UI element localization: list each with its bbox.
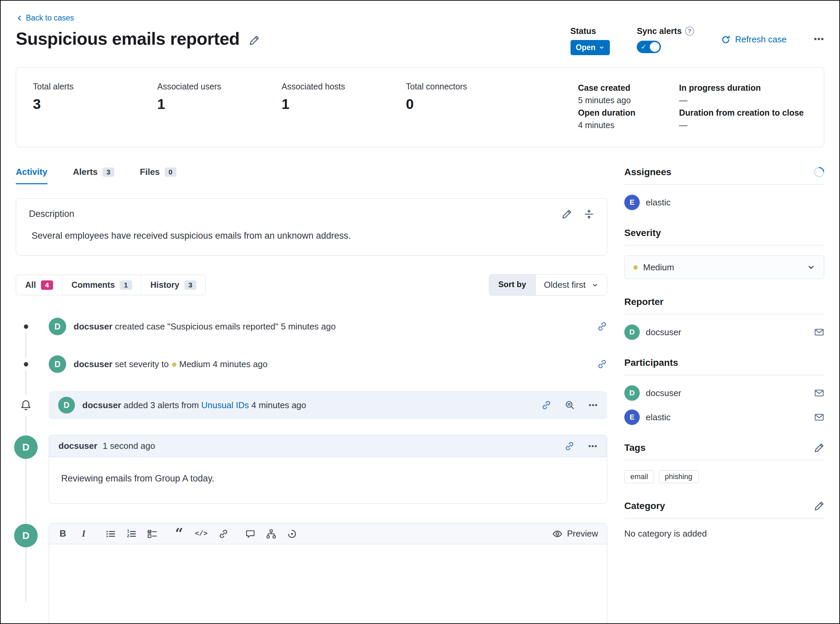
quote-icon[interactable]: “ <box>174 531 184 537</box>
section-title: Tags <box>624 442 646 453</box>
participants-header: Participants <box>624 357 824 368</box>
event-alerts-added: D docsuser added 3 alerts from Unusual I… <box>16 391 607 419</box>
comment-bubble-icon[interactable] <box>245 529 255 539</box>
comment-editor-input[interactable] <box>49 544 607 623</box>
edit-category-pencil-icon[interactable] <box>814 501 824 511</box>
tab-count-badge: 3 <box>102 167 114 177</box>
metric-associated-users: Associated users 1 <box>157 82 282 112</box>
severity-content: Medium <box>624 255 824 279</box>
section-divider <box>624 375 824 375</box>
editor-toolbar: B I 12 <box>49 524 607 544</box>
tag-badge: phishing <box>659 470 698 483</box>
code-icon[interactable]: </> <box>195 530 208 538</box>
comment-panel: docsuser 1 second ago Rev <box>49 435 607 504</box>
loading-spinner-icon <box>812 165 826 179</box>
comment-more-actions-icon[interactable] <box>588 442 597 451</box>
alert-event-panel: D docsuser added 3 alerts from Unusual I… <box>49 391 607 419</box>
page-title: Suspicious emails reported <box>16 29 240 49</box>
bold-icon[interactable]: B <box>58 528 68 539</box>
investigate-lens-icon[interactable] <box>287 529 297 539</box>
metric-label: Total connectors <box>406 82 530 91</box>
reporter-content: D docsuser <box>624 324 824 340</box>
sync-alerts-toggle[interactable]: ✓ <box>637 41 661 53</box>
numbered-list-icon[interactable]: 12 <box>126 529 136 539</box>
event-case-created: D docsuser created case "Suspicious emai… <box>16 316 607 337</box>
collapse-description-fold-icon[interactable] <box>584 209 594 219</box>
edit-title-pencil-icon[interactable] <box>249 35 260 46</box>
tab-files[interactable]: Files 0 <box>140 167 176 184</box>
assignees-section: Assignees E elastic <box>624 167 824 210</box>
chevron-left-icon <box>16 14 23 22</box>
timeline-icon[interactable] <box>266 529 276 539</box>
participant-name: docsuser <box>646 388 681 398</box>
svg-text:2: 2 <box>127 534 129 538</box>
toggle-check-icon: ✓ <box>641 43 646 51</box>
filter-history[interactable]: History 3 <box>141 275 206 295</box>
category-section: Category No category is added <box>624 500 824 539</box>
metrics-panel: Total alerts 3 Associated users 1 Associ… <box>16 67 824 147</box>
bullet-list-icon[interactable] <box>105 529 116 539</box>
event-timestamp: 4 minutes ago <box>213 359 267 369</box>
copy-link-icon[interactable] <box>564 441 575 451</box>
event-text: docsuser added 3 alerts from Unusual IDs… <box>82 400 306 411</box>
filter-comments[interactable]: Comments 1 <box>62 275 141 295</box>
section-divider <box>624 314 824 314</box>
filter-count-badge: 1 <box>120 280 132 290</box>
chevron-down-icon <box>592 282 598 289</box>
more-actions-icon[interactable] <box>814 34 824 44</box>
sync-alerts-control: Sync alerts ? ✓ <box>637 26 694 53</box>
event-text: docsuser set severity toMedium 4 minutes… <box>74 359 267 369</box>
alert-more-actions-icon[interactable] <box>588 400 598 410</box>
title-row: Suspicious emails reported <box>16 29 260 49</box>
tab-activity[interactable]: Activity <box>16 167 47 184</box>
email-icon[interactable] <box>814 388 824 398</box>
severity-dropdown[interactable]: Medium <box>624 255 824 279</box>
assignee-name: elastic <box>646 197 670 208</box>
activity-timeline: D docsuser created case "Suspicious emai… <box>16 316 607 623</box>
copy-link-icon[interactable] <box>597 359 607 369</box>
copy-link-icon[interactable] <box>541 400 551 410</box>
email-icon[interactable] <box>814 412 824 422</box>
comment-block: D docsuser 1 second ago <box>16 435 607 504</box>
description-panel: Description Several employees have recei… <box>16 198 607 255</box>
edit-tags-pencil-icon[interactable] <box>814 443 824 453</box>
link-icon[interactable] <box>218 529 228 539</box>
copy-link-icon[interactable] <box>597 321 607 332</box>
severity-section: Severity Medium <box>624 228 824 279</box>
detail-label: Case created <box>578 82 635 94</box>
filter-all[interactable]: All 4 <box>16 275 62 295</box>
sync-alerts-label-row: Sync alerts ? <box>637 26 694 36</box>
description-header: Description <box>29 209 594 219</box>
refresh-case-label: Refresh case <box>735 34 786 45</box>
filter-count-badge: 3 <box>185 280 197 290</box>
metric-label: Total alerts <box>33 82 157 91</box>
task-list-icon[interactable] <box>147 529 157 539</box>
detail-value: 4 minutes <box>578 119 635 131</box>
sort-order-dropdown[interactable]: Oldest first <box>536 275 607 295</box>
refresh-case-link[interactable]: Refresh case <box>721 34 786 45</box>
edit-description-pencil-icon[interactable] <box>562 209 572 219</box>
help-question-icon[interactable]: ? <box>685 26 694 36</box>
avatar: D <box>624 385 640 401</box>
investigate-alerts-icon[interactable] <box>565 400 575 410</box>
tab-label: Alerts <box>73 167 98 177</box>
back-to-cases-link[interactable]: Back to cases <box>16 14 74 23</box>
event-severity-set: D docsuser set severity toMedium 4 minut… <box>16 353 607 375</box>
participant-row: E elastic <box>624 409 824 425</box>
case-activity-column: Activity Alerts 3 Files 0 Description <box>16 167 607 623</box>
preview-button[interactable]: Preview <box>552 528 598 539</box>
alert-rule-link[interactable]: Unusual IDs <box>201 400 249 410</box>
metric-value: 0 <box>406 96 530 112</box>
event-username: docsuser <box>74 359 113 369</box>
category-header: Category <box>624 500 824 511</box>
reporter-row: D docsuser <box>624 324 824 340</box>
italic-icon[interactable]: I <box>79 528 89 539</box>
status-dropdown-button[interactable]: Open <box>570 40 610 55</box>
timeline-dot-marker <box>20 320 32 332</box>
email-icon[interactable] <box>814 327 824 337</box>
tab-alerts[interactable]: Alerts 3 <box>73 167 114 184</box>
activity-filter-row: All 4 Comments 1 History 3 Sort by <box>16 274 607 295</box>
participant-row: D docsuser <box>624 385 824 401</box>
severity-medium-dot-icon <box>633 265 638 270</box>
sort-control: Sort by Oldest first <box>489 274 607 295</box>
